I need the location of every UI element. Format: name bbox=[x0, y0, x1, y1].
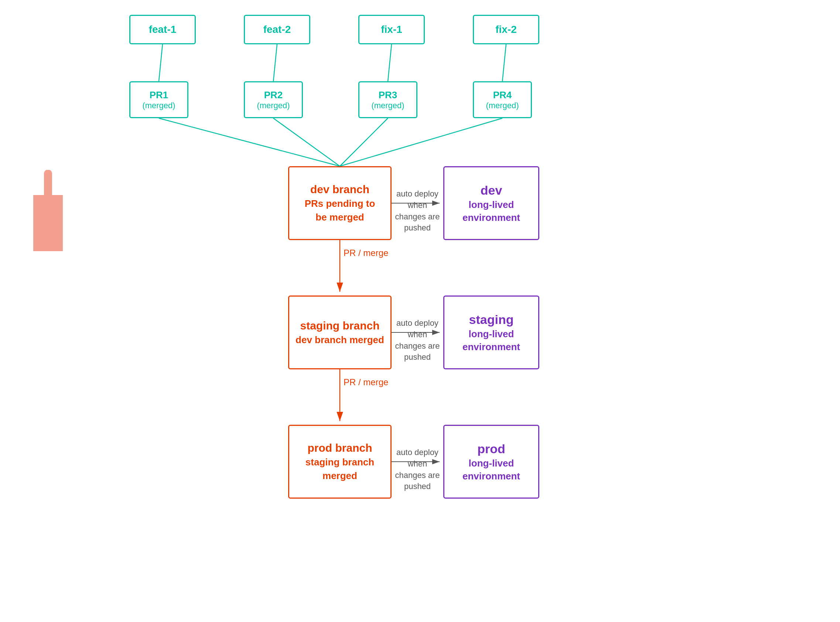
staging-env-box: staging long-lived environment bbox=[443, 296, 539, 369]
staging-deploy-label: auto deploy whenchanges are pushed bbox=[393, 318, 441, 363]
fix1-box: fix-1 bbox=[358, 15, 425, 44]
dev-env-sub1: long-lived bbox=[469, 199, 514, 210]
svg-line-7 bbox=[340, 118, 502, 166]
down-arrow-icon bbox=[33, 170, 63, 251]
pr4-box: PR4 (merged) bbox=[473, 81, 532, 118]
staging-env-sub2: environment bbox=[462, 341, 520, 353]
svg-line-6 bbox=[340, 118, 388, 166]
staging-env-sub1: long-lived bbox=[469, 328, 514, 340]
prod-branch-rest: branch bbox=[332, 442, 372, 454]
dev-branch-rest: branch bbox=[329, 183, 369, 195]
pr1-sub: (merged) bbox=[142, 101, 175, 110]
feat2-label: feat-2 bbox=[264, 24, 291, 35]
dev-env-name: dev bbox=[480, 183, 502, 198]
prod-branch-line1: prod branch bbox=[307, 442, 372, 454]
prod-branch-line2: staging branch bbox=[305, 457, 374, 468]
prod-branch-box: prod branch staging branch merged bbox=[288, 425, 392, 499]
pr3-name: PR3 bbox=[379, 89, 398, 101]
pr2-sub: (merged) bbox=[257, 101, 290, 110]
fix2-box: fix-2 bbox=[473, 15, 539, 44]
prod-branch-line3: merged bbox=[322, 470, 357, 482]
svg-line-3 bbox=[502, 44, 506, 81]
staging-branch-name: staging bbox=[300, 320, 340, 332]
fix2-label: fix-2 bbox=[495, 24, 517, 35]
pr-merge-label-2: PR / merge bbox=[343, 376, 388, 389]
dev-branch-line3: be merged bbox=[316, 212, 364, 223]
connectors-svg bbox=[0, 0, 840, 622]
svg-line-5 bbox=[273, 118, 340, 166]
dev-deploy-label: auto deploy whenchanges are pushed bbox=[393, 188, 441, 234]
svg-line-2 bbox=[388, 44, 392, 81]
dev-env-sub2: environment bbox=[462, 212, 520, 224]
svg-line-4 bbox=[159, 118, 340, 166]
prod-env-sub2: environment bbox=[462, 471, 520, 482]
pr2-box: PR2 (merged) bbox=[244, 81, 303, 118]
staging-env-name: staging bbox=[469, 313, 514, 327]
staging-branch-line1: staging branch bbox=[300, 320, 380, 332]
dev-branch-line1: dev branch bbox=[310, 183, 369, 196]
feat1-label: feat-1 bbox=[149, 24, 177, 35]
pr3-box: PR3 (merged) bbox=[358, 81, 418, 118]
dev-branch-name: dev bbox=[310, 183, 329, 195]
svg-line-0 bbox=[159, 44, 163, 81]
pr4-sub: (merged) bbox=[486, 101, 518, 110]
pr3-sub: (merged) bbox=[371, 101, 404, 110]
pr1-name: PR1 bbox=[149, 89, 168, 101]
pr4-name: PR4 bbox=[493, 89, 512, 101]
svg-line-1 bbox=[273, 44, 277, 81]
dev-branch-box: dev branch PRs pending to be merged bbox=[288, 166, 392, 240]
staging-branch-box: staging branch dev branch merged bbox=[288, 296, 392, 369]
pr2-name: PR2 bbox=[264, 89, 283, 101]
staging-branch-line2: dev branch merged bbox=[296, 334, 384, 346]
fix1-label: fix-1 bbox=[381, 24, 402, 35]
feat2-box: feat-2 bbox=[244, 15, 310, 44]
staging-branch-rest: branch bbox=[340, 320, 380, 332]
diagram: feat-1 feat-2 fix-1 fix-2 PR1 (merged) P… bbox=[0, 0, 840, 622]
feat1-box: feat-1 bbox=[129, 15, 196, 44]
prod-deploy-label: auto deploy whenchanges are pushed bbox=[393, 447, 441, 492]
prod-env-name: prod bbox=[477, 442, 505, 456]
dev-env-box: dev long-lived environment bbox=[443, 166, 539, 240]
prod-env-box: prod long-lived environment bbox=[443, 425, 539, 499]
dev-branch-line2: PRs pending to bbox=[305, 198, 375, 209]
prod-branch-name: prod bbox=[307, 442, 332, 454]
pr1-box: PR1 (merged) bbox=[129, 81, 188, 118]
prod-env-sub1: long-lived bbox=[469, 457, 514, 469]
pr-merge-label-1: PR / merge bbox=[343, 247, 388, 259]
